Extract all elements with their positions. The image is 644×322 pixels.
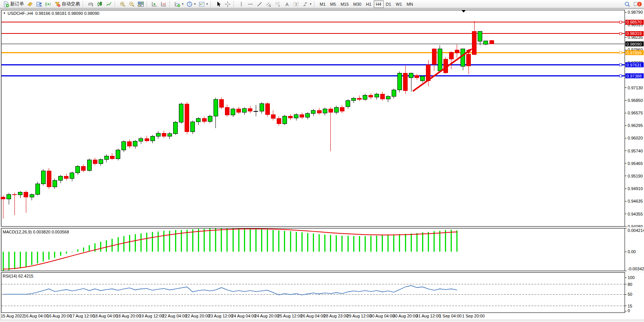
svg-text:0.95740: 0.95740 [628,149,643,153]
chart-symbol-period: USDCHF-,H4 [8,11,33,16]
svg-text:0.98090: 0.98090 [626,42,642,46]
svg-text:0.004214: 0.004214 [628,228,644,233]
chevron-down-icon: ▾ [206,2,208,6]
svg-text:0.96020: 0.96020 [628,136,643,140]
fibonacci-tool[interactable]: F [273,0,282,8]
bar-chart-mode-button[interactable] [86,0,95,8]
svg-text:-0.003423: -0.003423 [628,266,644,271]
toolbar-separator [115,1,116,7]
timeframe-d1[interactable]: D1 [384,0,394,8]
signal-sonar-icon [45,1,51,7]
svg-text:0.96575: 0.96575 [628,111,643,115]
new-order-button[interactable]: 新订单 [2,0,26,8]
auto-scroll-button[interactable] [150,0,159,8]
timeframe-w1[interactable]: W1 [394,0,405,8]
notification-badge: 1 [637,2,642,7]
svg-text:18 Aug 20:00: 18 Aug 20:00 [116,314,141,318]
tile-windows-button[interactable] [136,0,145,8]
svg-text:0.98570: 0.98570 [626,20,642,24]
svg-text:17 Aug 12:00: 17 Aug 12:00 [70,314,95,318]
svg-text:100: 100 [628,275,634,280]
timeframe-mn[interactable]: MN [404,0,415,8]
strategy-tester-button[interactable] [35,0,44,8]
market-watch-button[interactable] [26,0,35,8]
zoom-out-button[interactable] [127,0,136,8]
rsi-name: RSI(14) [3,274,17,278]
cursor-button[interactable] [214,0,223,8]
horizontal-line-tool[interactable] [246,0,255,8]
chat-button[interactable]: 1 [632,0,641,8]
macd-signal-value: 0.003568 [51,230,69,234]
trendline-icon [257,1,263,7]
tile-windows-icon [138,1,144,7]
rsi-label: RSI(14) 62.4215 [3,274,33,278]
timeframe-m5[interactable]: M5 [328,0,338,8]
chevron-down-icon: ▾ [194,2,196,6]
chevron-down-icon: ▾ [310,2,311,6]
crosshair-icon [225,1,231,7]
chart-canvas[interactable]: 0.987900.985150.982350.979600.976800.974… [0,9,644,322]
svg-text:0.97130: 0.97130 [628,86,643,90]
search-button[interactable] [623,0,632,8]
arrows-tool[interactable]: ▾ [301,0,313,8]
chart-shift-icon [161,1,167,7]
toolbar-separator [314,1,316,7]
chart-title: ▼USDCHF-,H4 0.98166 0.98181 0.98090 0.98… [3,11,99,16]
svg-text:0.97388: 0.97388 [626,74,642,78]
fibonacci-icon: F [275,1,281,7]
templates-button[interactable]: ▾ [197,0,209,8]
svg-text:0.97631: 0.97631 [626,63,642,67]
svg-text:15: 15 [628,304,632,308]
svg-text:22 Aug 20:00: 22 Aug 20:00 [185,314,210,318]
svg-text:0.00: 0.00 [628,249,636,254]
svg-text:31 Aug 12:00: 31 Aug 12:00 [416,314,441,318]
candlestick-mode-button[interactable] [95,0,104,8]
toolbar-separator [147,1,148,7]
text-label-icon: T [293,1,299,7]
svg-text:16 Aug 20:00: 16 Aug 20:00 [47,314,72,318]
svg-text:0.98319: 0.98319 [626,31,642,36]
timeframe-m1[interactable]: M1 [317,0,328,8]
svg-text:18 Aug 04:00: 18 Aug 04:00 [93,314,118,318]
svg-text:0.96850: 0.96850 [628,98,643,103]
svg-text:25 Aug 12:00: 25 Aug 12:00 [277,314,302,318]
crosshair-button[interactable] [223,0,232,8]
timeframe-h1[interactable]: H1 [363,0,373,8]
text-tool[interactable]: A [282,0,292,8]
timeframe-m30[interactable]: M30 [351,0,363,8]
svg-text:50: 50 [628,292,632,297]
macd-value: 0.003820 [33,230,50,234]
new-order-label: 新订单 [10,1,24,7]
macd-name: MACD(12,26,9) [3,230,32,234]
zoom-in-button[interactable] [118,0,127,8]
chart-window: 0.987900.985150.982350.979600.976800.974… [0,9,644,322]
trendline-tool[interactable] [255,0,264,8]
svg-text:F: F [279,5,280,7]
vertical-line-tool[interactable] [237,0,246,8]
indicators-button[interactable]: ▾ [173,0,185,8]
toolbar-separator [233,1,235,7]
toolbar: 新订单 自动交易 ▾ ▾ [0,0,644,8]
svg-text:30 Aug 20:00: 30 Aug 20:00 [393,314,418,318]
indicators-icon [174,1,180,7]
chevron-down-icon: ▾ [182,2,183,6]
svg-text:0.94910: 0.94910 [628,186,643,191]
clock-icon [187,1,193,7]
channel-tool[interactable]: E [264,0,273,8]
timeframe-h4[interactable]: H4 [374,0,384,8]
arrow-objects-icon [302,1,308,7]
text-label-tool[interactable]: T [292,0,301,8]
line-chart-mode-button[interactable] [104,0,113,8]
cursor-arrow-icon [215,1,222,7]
vertical-line-icon [238,1,244,7]
svg-text:28 Aug 23:00: 28 Aug 23:00 [324,314,348,318]
signals-button[interactable] [44,0,53,8]
svg-text:30 Aug 04:00: 30 Aug 04:00 [370,314,395,318]
periods-button[interactable]: ▾ [185,0,197,8]
timeframe-m15[interactable]: M15 [338,0,351,8]
equidistant-channel-icon: E [266,1,272,7]
chart-shift-button[interactable] [159,0,168,8]
zoom-in-icon [120,1,126,7]
auto-trading-button[interactable]: 自动交易 [53,0,81,8]
template-icon [199,1,205,7]
